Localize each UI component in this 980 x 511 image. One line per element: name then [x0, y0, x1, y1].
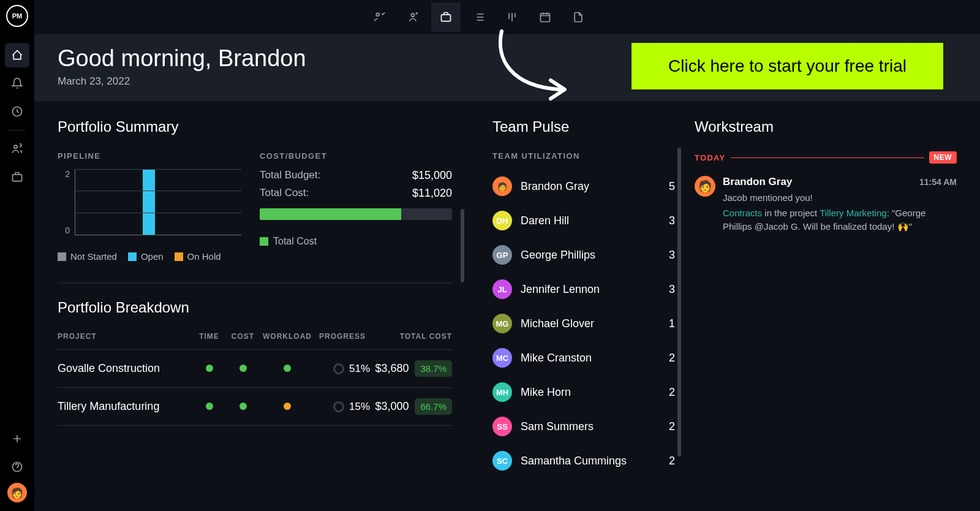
greeting: Good morning, Brandon — [58, 45, 306, 72]
team-column: Team Pulse TEAM UTILIZATION 🧑Brandon Gra… — [475, 101, 684, 511]
plus-icon[interactable] — [5, 426, 29, 451]
portfolio-summary-title: Portfolio Summary — [58, 118, 452, 135]
cta-button[interactable]: Click here to start your free trial — [631, 43, 943, 89]
persona2-icon[interactable] — [398, 2, 428, 32]
breakdown-title: Portfolio Breakdown — [58, 299, 452, 316]
workstream-column: Workstream TODAY NEW 🧑 Brandon Gray 11:5… — [684, 101, 980, 511]
scrollbar[interactable] — [461, 209, 464, 503]
logo[interactable]: PM — [6, 5, 28, 27]
file-icon[interactable] — [564, 2, 593, 32]
avatar: 🧑 — [695, 176, 715, 197]
team-row[interactable]: MCMike Cranston2 — [492, 343, 675, 373]
arrow-annotation — [492, 28, 578, 108]
ws-message: Contracts in the project Tillery Marketi… — [723, 206, 957, 233]
svg-point-5 — [412, 13, 415, 17]
costbudget-label: COST/BUDGET — [260, 151, 452, 161]
date: March 23, 2022 — [58, 75, 306, 88]
ws-sub: Jacob mentioned you! — [723, 192, 957, 203]
cost-value: $11,020 — [412, 187, 452, 200]
team-row[interactable]: 🧑Brandon Gray5 — [492, 172, 675, 201]
board-icon[interactable] — [497, 2, 527, 32]
team-utilization-label: TEAM UTILIZATION — [492, 151, 675, 161]
legend-not-started: Not Started — [58, 251, 117, 262]
budget-value: $15,000 — [412, 169, 452, 182]
table-row[interactable]: Govalle Construction 51% $3,68038.7% — [58, 350, 452, 388]
team-row[interactable]: SCSamantha Cummings2 — [492, 446, 675, 475]
briefcase-top-icon[interactable] — [431, 2, 461, 32]
list-icon[interactable] — [464, 2, 494, 32]
budget-label: Total Budget: — [260, 169, 320, 182]
table-row[interactable]: Tillery Manufacturing 15% $3,00066.7% — [58, 388, 452, 426]
today-label: TODAY — [695, 153, 726, 162]
topbar — [34, 0, 980, 34]
new-badge: NEW — [929, 151, 957, 164]
team-pulse-title: Team Pulse — [492, 118, 675, 135]
user-avatar[interactable]: 🧑 — [7, 483, 27, 502]
legend-open: Open — [128, 251, 164, 262]
team-row[interactable]: MGMichael Glover1 — [492, 309, 675, 338]
people-icon[interactable] — [5, 137, 29, 161]
cost-legend: Total Cost — [260, 236, 452, 247]
sidebar: PM 🧑 — [0, 0, 34, 511]
svg-rect-7 — [541, 13, 550, 21]
cost-progress — [260, 208, 452, 220]
help-icon[interactable] — [5, 455, 29, 479]
portfolio-column: Portfolio Summary PIPELINE 20 — [34, 101, 475, 511]
breakdown-header: PROJECT TIME COST WORKLOAD PROGRESS TOTA… — [58, 332, 452, 350]
svg-rect-6 — [442, 15, 451, 21]
legend-on-hold: On Hold — [175, 251, 221, 262]
pipeline-label: PIPELINE — [58, 151, 241, 161]
clock-icon[interactable] — [5, 99, 29, 124]
briefcase-icon[interactable] — [5, 165, 29, 189]
persona-icon[interactable] — [365, 2, 394, 32]
ws-time: 11:54 AM — [919, 177, 957, 187]
team-row[interactable]: DHDaren Hill3 — [492, 206, 675, 235]
team-row[interactable]: SSSam Summers2 — [492, 412, 675, 441]
svg-point-1 — [14, 145, 17, 148]
workstream-item[interactable]: 🧑 Brandon Gray 11:54 AM Jacob mentioned … — [695, 176, 957, 233]
team-row[interactable]: GPGeorge Phillips3 — [492, 240, 675, 270]
scrollbar[interactable] — [677, 148, 681, 499]
cost-label: Total Cost: — [260, 187, 309, 200]
calendar-icon[interactable] — [530, 2, 560, 32]
svg-point-4 — [376, 13, 379, 16]
team-row[interactable]: JLJennifer Lennon3 — [492, 274, 675, 304]
ws-name: Brandon Gray — [723, 176, 792, 188]
header: Good morning, Brandon March 23, 2022 Cli… — [34, 34, 980, 101]
workstream-title: Workstream — [695, 118, 957, 135]
bar-open — [143, 169, 155, 235]
bell-icon[interactable] — [5, 71, 29, 96]
svg-rect-2 — [13, 175, 22, 181]
team-row[interactable]: MHMike Horn2 — [492, 377, 675, 407]
home-icon[interactable] — [5, 43, 29, 67]
pipeline-chart: 20 — [58, 169, 241, 243]
